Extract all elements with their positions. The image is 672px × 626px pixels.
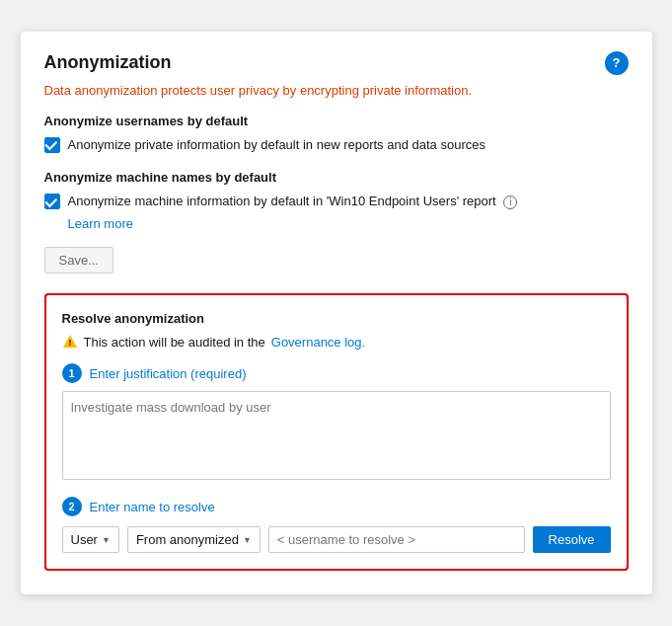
anonymized-direction-dropdown[interactable]: From anonymized ▼ bbox=[127, 526, 261, 553]
justification-input[interactable] bbox=[62, 391, 611, 480]
checkbox-label-2: Anonymize machine information by default… bbox=[68, 193, 518, 210]
section-usernames: Anonymize usernames by default Anonymize… bbox=[44, 114, 629, 154]
warning-triangle-icon: ! bbox=[62, 334, 78, 350]
help-icon[interactable]: ? bbox=[605, 51, 629, 75]
audit-row: ! This action will be audited in the Gov… bbox=[62, 334, 611, 350]
username-input[interactable] bbox=[268, 526, 525, 553]
section-title-machines: Anonymize machine names by default bbox=[44, 170, 629, 185]
learn-more-link[interactable]: Learn more bbox=[68, 216, 629, 231]
step1-row: 1 Enter justification (required) bbox=[62, 363, 611, 383]
resolve-anonymization-box: Resolve anonymization ! This action will… bbox=[44, 293, 629, 571]
page-title: Anonymization bbox=[44, 52, 172, 73]
save-button[interactable]: Save... bbox=[44, 247, 113, 274]
info-icon[interactable]: i bbox=[503, 196, 517, 209]
checkbox-usernames[interactable] bbox=[44, 137, 60, 153]
anonymization-panel: Anonymization ? Data anonymization prote… bbox=[21, 32, 652, 594]
section-title-usernames: Anonymize usernames by default bbox=[44, 114, 629, 128]
chevron-down-icon-2: ▼ bbox=[243, 535, 252, 545]
step1-circle: 1 bbox=[62, 363, 82, 383]
chevron-down-icon: ▼ bbox=[102, 535, 111, 545]
svg-text:!: ! bbox=[68, 338, 71, 348]
governance-log-link[interactable]: Governance log. bbox=[271, 335, 365, 350]
step2-circle: 2 bbox=[62, 497, 82, 516]
checkbox-machines[interactable] bbox=[44, 194, 60, 209]
panel-header: Anonymization ? bbox=[44, 51, 629, 75]
resolve-button[interactable]: Resolve bbox=[533, 526, 611, 553]
section-machines: Anonymize machine names by default Anony… bbox=[44, 170, 629, 231]
step2-row: 2 Enter name to resolve bbox=[62, 497, 611, 516]
audit-text: This action will be audited in the bbox=[84, 335, 265, 350]
step1-label: Enter justification (required) bbox=[90, 366, 247, 381]
resolve-title: Resolve anonymization bbox=[62, 311, 611, 326]
description-text: Data anonymization protects user privacy… bbox=[44, 83, 629, 98]
step2-label: Enter name to resolve bbox=[90, 500, 215, 514]
checkbox-label-1: Anonymize private information by default… bbox=[68, 136, 485, 154]
user-type-dropdown[interactable]: User ▼ bbox=[62, 526, 119, 553]
checkbox-row-1: Anonymize private information by default… bbox=[44, 136, 629, 154]
checkbox-row-2: Anonymize machine information by default… bbox=[44, 193, 629, 210]
resolve-controls: User ▼ From anonymized ▼ Resolve bbox=[62, 526, 611, 553]
